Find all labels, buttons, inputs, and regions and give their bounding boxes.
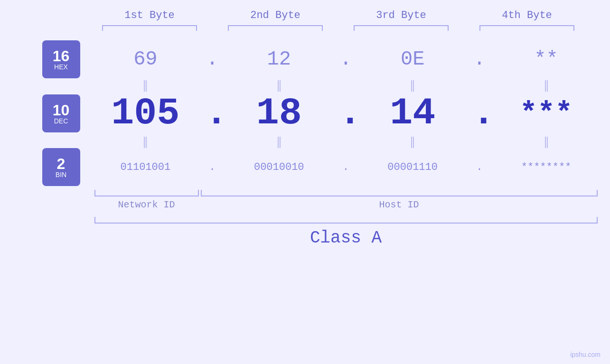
host-id-label: Host ID xyxy=(201,199,598,210)
hex-badge-col: 16 HEX xyxy=(30,40,92,78)
bottom-brackets-section: Network ID Host ID xyxy=(94,190,598,210)
bin-val-1: 01101001 xyxy=(98,161,193,173)
hex-dot-1: . xyxy=(205,48,219,71)
bracket-top-1 xyxy=(102,25,197,31)
hex-dot-3: . xyxy=(472,48,487,71)
top-brackets xyxy=(87,25,590,31)
dec-values: 105 . 18 . 14 . *** xyxy=(92,92,600,135)
eq-cells-2: ‖ ‖ ‖ ‖ xyxy=(92,135,600,148)
bin-dot-1: . xyxy=(205,161,219,173)
eq-2-4: ‖ xyxy=(499,135,594,148)
eq-1-2: ‖ xyxy=(232,78,327,92)
dec-val-3: 14 xyxy=(365,92,460,135)
dec-val-2: 18 xyxy=(232,92,327,135)
bracket-top-4 xyxy=(479,25,574,31)
eq-2-2: ‖ xyxy=(232,135,327,148)
bin-val-3: 00001110 xyxy=(365,161,460,173)
hex-values: 69 . 12 . 0E . ** xyxy=(92,48,600,71)
bin-badge: 2 BIN xyxy=(42,148,80,186)
main-container: 1st Byte 2nd Byte 3rd Byte 4th Byte 16 H… xyxy=(0,0,610,364)
hex-val-4: ** xyxy=(499,48,594,71)
dec-badge-col: 10 DEC xyxy=(30,94,92,132)
hex-dot-2: . xyxy=(338,48,353,71)
hex-val-3: 0E xyxy=(365,48,460,71)
hex-val-2: 12 xyxy=(232,48,327,71)
eq-1-3: ‖ xyxy=(365,78,460,92)
eq-row-2: ‖ ‖ ‖ ‖ xyxy=(30,135,600,148)
eq-2-3: ‖ xyxy=(365,135,460,148)
bin-val-4: ******** xyxy=(499,161,594,173)
byte3-header: 3rd Byte xyxy=(349,9,453,21)
bin-val-2: 00010010 xyxy=(232,161,327,173)
dec-badge: 10 DEC xyxy=(42,94,80,132)
bin-badge-col: 2 BIN xyxy=(30,148,92,186)
dec-row: 10 DEC 105 . 18 . 14 . *** xyxy=(30,92,600,135)
dec-val-4: *** xyxy=(499,96,594,130)
eq-1-1: ‖ xyxy=(98,78,193,92)
eq-row-1: ‖ ‖ ‖ ‖ xyxy=(30,78,600,92)
byte-headers: 1st Byte 2nd Byte 3rd Byte 4th Byte xyxy=(87,9,590,21)
full-bottom-bracket xyxy=(94,217,598,224)
dec-dot-1: . xyxy=(205,92,219,135)
byte2-header: 2nd Byte xyxy=(223,9,328,21)
bracket-top-3 xyxy=(354,25,449,31)
hex-val-1: 69 xyxy=(98,48,193,71)
dec-dot-2: . xyxy=(338,92,353,135)
hex-badge: 16 HEX xyxy=(42,40,80,78)
eq-2-1: ‖ xyxy=(98,135,193,148)
watermark: ipshu.com xyxy=(570,351,601,358)
bin-dot-3: . xyxy=(472,161,487,173)
bin-values: 01101001 . 00010010 . 00001110 . *******… xyxy=(92,161,600,173)
network-bracket xyxy=(94,190,199,196)
dec-dot-3: . xyxy=(472,92,487,135)
bin-row: 2 BIN 01101001 . 00010010 . 00001110 . *… xyxy=(30,148,600,186)
host-bracket xyxy=(201,190,598,196)
class-label: Class A xyxy=(94,228,598,248)
bottom-brackets xyxy=(94,190,598,196)
eq-1-4: ‖ xyxy=(499,78,594,92)
eq-cells-1: ‖ ‖ ‖ ‖ xyxy=(92,78,600,92)
network-id-label: Network ID xyxy=(94,199,199,210)
hex-row: 16 HEX 69 . 12 . 0E . ** xyxy=(30,40,600,78)
byte1-header: 1st Byte xyxy=(97,9,202,21)
byte4-header: 4th Byte xyxy=(475,9,579,21)
id-labels: Network ID Host ID xyxy=(94,199,598,210)
bracket-top-2 xyxy=(228,25,323,31)
dec-val-1: 105 xyxy=(98,92,193,135)
bin-dot-2: . xyxy=(338,161,353,173)
